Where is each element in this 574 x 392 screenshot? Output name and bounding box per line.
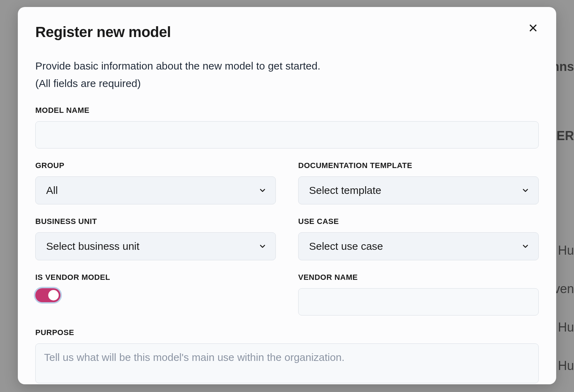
vendor-name-input[interactable] [298, 288, 539, 315]
use-case-select-value: Select use case [309, 240, 383, 252]
register-model-modal: Register new model Provide basic informa… [18, 7, 556, 384]
purpose-label: PURPOSE [35, 328, 539, 337]
subtitle-line: Provide basic information about the new … [35, 60, 320, 72]
documentation-template-select[interactable]: Select template [298, 176, 539, 204]
vendor-name-label: VENDOR NAME [298, 273, 539, 282]
modal-subtitle: Provide basic information about the new … [35, 57, 539, 92]
use-case-label: USE CASE [298, 217, 539, 226]
modal-title: Register new model [35, 24, 539, 41]
use-case-select[interactable]: Select use case [298, 232, 539, 260]
business-unit-select[interactable]: Select business unit [35, 232, 276, 260]
documentation-template-select-value: Select template [309, 184, 381, 196]
purpose-textarea[interactable] [35, 343, 539, 383]
group-select-value: All [46, 184, 58, 196]
model-name-label: MODEL NAME [35, 106, 539, 115]
is-vendor-model-label: IS VENDOR MODEL [35, 273, 276, 282]
group-select[interactable]: All [35, 176, 276, 204]
business-unit-select-value: Select business unit [46, 240, 139, 252]
is-vendor-model-toggle[interactable] [35, 288, 60, 302]
toggle-knob [48, 290, 59, 300]
close-icon [528, 22, 539, 34]
model-name-input[interactable] [35, 121, 539, 148]
close-button[interactable] [525, 20, 541, 36]
modal-overlay: Register new model Provide basic informa… [0, 0, 574, 392]
documentation-template-label: DOCUMENTATION TEMPLATE [298, 161, 539, 170]
group-label: GROUP [35, 161, 276, 170]
business-unit-label: BUSINESS UNIT [35, 217, 276, 226]
subtitle-line: (All fields are required) [35, 78, 141, 89]
